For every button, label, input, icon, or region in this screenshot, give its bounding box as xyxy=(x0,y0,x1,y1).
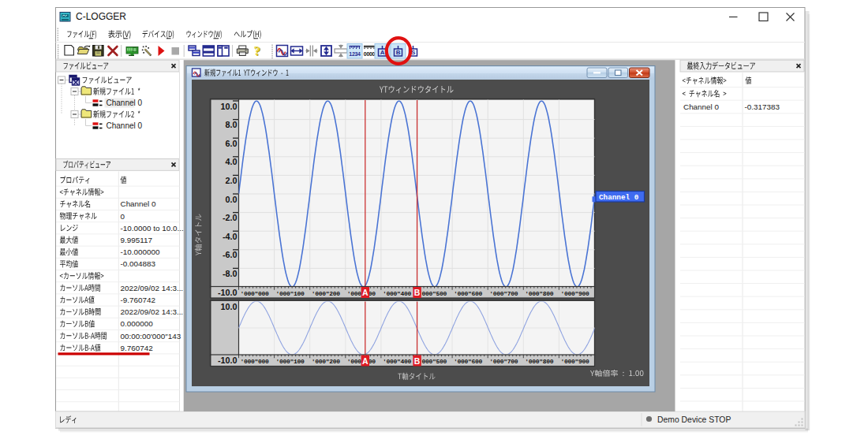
svg-text:0.000000: 0.000000 xyxy=(121,319,154,328)
svg-text:-10.0: -10.0 xyxy=(218,288,238,297)
svg-text:2.0: 2.0 xyxy=(225,176,237,185)
svg-text:2022/09/02 14:3...: 2022/09/02 14:3... xyxy=(121,307,184,316)
svg-text:-0.317383: -0.317383 xyxy=(745,102,780,111)
svg-text:A: A xyxy=(380,49,385,56)
svg-text:1234: 1234 xyxy=(349,51,361,57)
svg-text:'000″900: '000″900 xyxy=(560,358,589,365)
svg-text:10.0: 10.0 xyxy=(220,102,237,111)
svg-text:Demo Device STOP: Demo Device STOP xyxy=(657,415,731,424)
svg-text:-2.0: -2.0 xyxy=(223,213,238,222)
svg-text:0: 0 xyxy=(121,212,125,221)
svg-text:-10.0000 to 10.0...: -10.0000 to 10.0... xyxy=(121,224,184,233)
svg-text:B: B xyxy=(414,356,421,366)
svg-text:00:00:00'000″143: 00:00:00'000″143 xyxy=(121,332,181,341)
svg-text:Channel 0: Channel 0 xyxy=(599,193,639,202)
svg-text:'000″000: '000″000 xyxy=(241,290,270,297)
svg-text:'000″400: '000″400 xyxy=(383,290,412,297)
svg-text:'000″100: '000″100 xyxy=(276,290,305,297)
svg-text:'000″800: '000″800 xyxy=(525,290,554,297)
svg-text:'000″900: '000″900 xyxy=(560,290,589,297)
svg-text:6.0: 6.0 xyxy=(225,139,237,148)
svg-text:?: ? xyxy=(254,43,260,58)
svg-text:-10.000000: -10.000000 xyxy=(121,248,160,256)
svg-text:-9.760742: -9.760742 xyxy=(121,296,155,304)
svg-text:9.760742: 9.760742 xyxy=(121,344,153,352)
svg-text:B: B xyxy=(396,49,401,56)
svg-text:-0.004883: -0.004883 xyxy=(121,259,156,268)
svg-text:A: A xyxy=(362,356,369,366)
svg-text:-8.0: -8.0 xyxy=(223,269,238,278)
svg-text:B: B xyxy=(414,288,421,297)
svg-text:'000″700: '000″700 xyxy=(489,290,518,297)
svg-text:-10.0: -10.0 xyxy=(218,356,238,365)
svg-text:'000″400: '000″400 xyxy=(383,358,412,365)
svg-text:'000″700: '000″700 xyxy=(489,358,518,365)
svg-text:'000″000: '000″000 xyxy=(241,358,270,365)
svg-text:-4.0: -4.0 xyxy=(223,232,238,241)
svg-text:2022/09/02 14:3...: 2022/09/02 14:3... xyxy=(121,284,184,292)
svg-text:'000″500: '000″500 xyxy=(418,358,447,365)
svg-text:10.0: 10.0 xyxy=(220,302,237,311)
svg-text:Channel 0: Channel 0 xyxy=(683,102,720,111)
svg-text:A: A xyxy=(362,288,369,297)
svg-text:9.995117: 9.995117 xyxy=(121,236,152,244)
svg-text:0000: 0000 xyxy=(364,51,376,57)
svg-text:'000″500: '000″500 xyxy=(418,290,447,297)
svg-text:'000″200: '000″200 xyxy=(312,358,341,365)
svg-text:Channel 0: Channel 0 xyxy=(121,199,157,208)
svg-text:'000″100: '000″100 xyxy=(276,358,305,365)
svg-text:Channel 0: Channel 0 xyxy=(107,121,143,130)
svg-text:'000″600: '000″600 xyxy=(454,290,483,297)
svg-text:-6.0: -6.0 xyxy=(223,250,238,259)
svg-text:8.0: 8.0 xyxy=(225,120,237,129)
svg-text:0.0: 0.0 xyxy=(225,195,237,204)
svg-text:'000″800: '000″800 xyxy=(525,358,554,365)
svg-text:C-LOGGER: C-LOGGER xyxy=(76,11,126,22)
svg-text:'000″600: '000″600 xyxy=(454,358,483,365)
svg-text:Channel 0: Channel 0 xyxy=(107,99,143,107)
svg-text:4.0: 4.0 xyxy=(225,157,237,166)
svg-text:'000″200: '000″200 xyxy=(312,290,341,297)
